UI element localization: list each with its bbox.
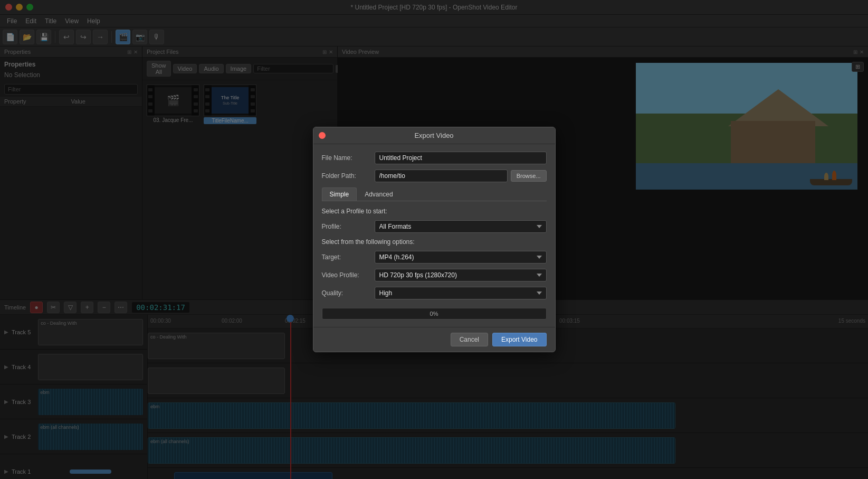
- export-progress-bar: 0%: [322, 308, 547, 320]
- export-folderpath-input[interactable]: [375, 170, 508, 182]
- export-quality-label: Quality:: [322, 289, 375, 297]
- export-target-label: Target:: [322, 253, 375, 261]
- export-profile-select[interactable]: All Formats HD 720p HD 1080p SD 480p: [375, 220, 547, 233]
- export-folderpath-label: Folder Path:: [322, 172, 375, 180]
- export-filename-field: File Name:: [322, 152, 547, 164]
- export-dialog: Export Video File Name: Folder Path: Bro…: [313, 127, 556, 352]
- export-dialog-body: File Name: Folder Path: Browse... Simple…: [313, 144, 555, 327]
- export-target-select[interactable]: MP4 (h.264) WebM (VP9) OGG (Theora) MP3: [375, 251, 547, 264]
- export-videoprofile-select[interactable]: HD 720p 30 fps (1280x720) HD 1080p 30 fp…: [375, 269, 547, 281]
- export-quality-field: Quality: Low Medium High Very High: [322, 287, 547, 299]
- export-folderpath-field: Folder Path: Browse...: [322, 170, 547, 182]
- export-dialog-tabs: Simple Advanced: [322, 187, 547, 201]
- export-cancel-button[interactable]: Cancel: [451, 333, 488, 346]
- export-quality-select[interactable]: Low Medium High Very High: [375, 287, 547, 299]
- export-profile-section-title: Select a Profile to start:: [322, 208, 547, 215]
- export-profile-label: Profile:: [322, 223, 375, 230]
- export-dialog-title: Export Video: [414, 132, 453, 139]
- export-progress-label: 0%: [430, 311, 438, 317]
- export-tab-simple[interactable]: Simple: [322, 187, 357, 201]
- export-browse-button[interactable]: Browse...: [511, 170, 547, 182]
- export-dialog-footer: Cancel Export Video: [313, 327, 555, 352]
- export-profile-field: Profile: All Formats HD 720p HD 1080p SD…: [322, 220, 547, 233]
- export-dialog-titlebar: Export Video: [313, 127, 555, 144]
- export-target-field: Target: MP4 (h.264) WebM (VP9) OGG (Theo…: [322, 251, 547, 264]
- export-dialog-close-button[interactable]: [319, 132, 326, 139]
- export-filename-input[interactable]: [375, 152, 547, 164]
- export-options-section-title: Select from the following options:: [322, 238, 547, 246]
- export-dialog-overlay: Export Video File Name: Folder Path: Bro…: [0, 0, 868, 479]
- export-video-button[interactable]: Export Video: [492, 333, 547, 346]
- export-videoprofile-label: Video Profile:: [322, 271, 375, 279]
- export-videoprofile-field: Video Profile: HD 720p 30 fps (1280x720)…: [322, 269, 547, 281]
- export-filename-label: File Name:: [322, 154, 375, 162]
- export-tab-advanced[interactable]: Advanced: [357, 187, 400, 201]
